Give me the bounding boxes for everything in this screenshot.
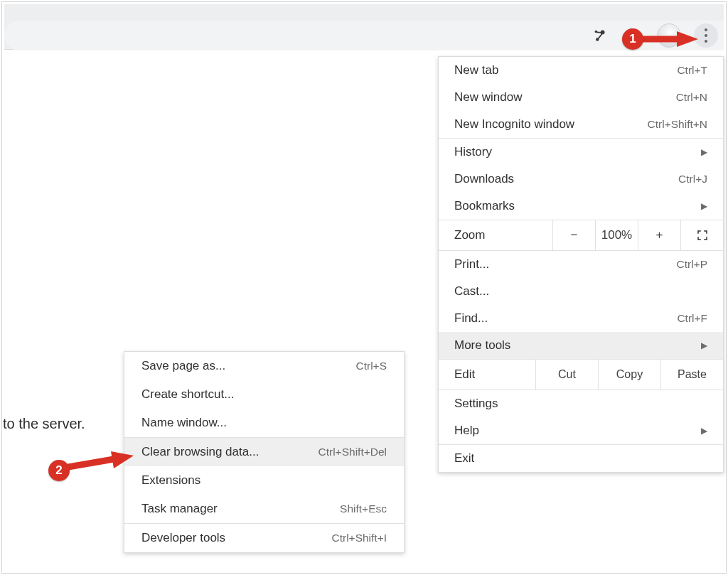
menu-item-more-tools[interactable]: More tools ▶: [439, 332, 723, 359]
label: Save page as...: [141, 359, 225, 373]
menu-item-settings[interactable]: Settings: [439, 390, 723, 417]
shortcut: Ctrl+Shift+I: [331, 532, 387, 544]
shortcut: Ctrl+N: [676, 91, 707, 104]
menu-item-new-window[interactable]: New window Ctrl+N: [439, 84, 723, 111]
submenu-item-developer-tools[interactable]: Developer tools Ctrl+Shift+I: [124, 524, 404, 552]
menu-item-history[interactable]: History ▶: [439, 139, 723, 166]
label: Name window...: [141, 416, 227, 430]
page-body-text: to the server.: [3, 416, 85, 432]
more-tools-submenu: Save page as... Ctrl+S Create shortcut..…: [124, 351, 405, 553]
label: Cast...: [454, 284, 489, 299]
zoom-label: Zoom: [439, 221, 552, 249]
fullscreen-button[interactable]: [680, 220, 723, 250]
menu-item-new-incognito[interactable]: New Incognito window Ctrl+Shift+N: [439, 111, 723, 138]
fullscreen-icon: [696, 229, 709, 242]
zoom-value: 100%: [595, 220, 638, 250]
hubspot-extension-icon[interactable]: [589, 25, 610, 46]
label: History: [454, 145, 492, 159]
shortcut: Ctrl+P: [677, 258, 708, 271]
shortcut: Ctrl+S: [356, 360, 387, 372]
cut-button[interactable]: Cut: [535, 360, 598, 389]
menu-item-new-tab[interactable]: New tab Ctrl+T: [439, 57, 723, 84]
shortcut: Ctrl+Shift+Del: [318, 446, 387, 458]
submenu-item-extensions[interactable]: Extensions: [124, 466, 404, 495]
menu-item-cast[interactable]: Cast...: [439, 278, 723, 305]
shortcut: Ctrl+T: [677, 64, 707, 77]
label: New tab: [454, 63, 498, 77]
svg-marker-6: [677, 31, 698, 47]
chevron-right-icon: ▶: [701, 201, 707, 211]
address-bar[interactable]: [4, 21, 724, 50]
label: Find...: [454, 311, 488, 326]
zoom-out-button[interactable]: −: [552, 220, 595, 250]
shortcut: Ctrl+J: [678, 173, 707, 186]
svg-line-4: [599, 34, 602, 38]
submenu-item-name-window[interactable]: Name window...: [124, 409, 404, 437]
svg-line-7: [68, 459, 114, 467]
label: Settings: [454, 397, 498, 411]
annotation-step-2: 2: [48, 460, 70, 481]
annotation-step-1: 1: [622, 28, 643, 50]
shortcut: Shift+Esc: [340, 503, 387, 515]
label: New Incognito window: [454, 117, 574, 131]
paste-button[interactable]: Paste: [660, 360, 723, 389]
label: Print...: [454, 257, 489, 272]
submenu-item-save-page-as[interactable]: Save page as... Ctrl+S: [124, 352, 404, 380]
label: Task manager: [141, 502, 218, 516]
chevron-right-icon: ▶: [701, 147, 707, 157]
annotation-arrow-2: [64, 451, 135, 473]
label: More tools: [454, 338, 510, 353]
menu-item-help[interactable]: Help ▶: [439, 417, 723, 444]
menu-item-print[interactable]: Print... Ctrl+P: [439, 251, 723, 278]
svg-point-0: [595, 31, 598, 33]
chrome-menu: New tab Ctrl+T New window Ctrl+N New Inc…: [438, 56, 724, 473]
label: New window: [454, 90, 522, 104]
copy-button[interactable]: Copy: [598, 360, 660, 389]
label: Downloads: [454, 172, 514, 186]
zoom-in-button[interactable]: +: [638, 220, 680, 250]
label: Bookmarks: [454, 199, 515, 213]
label: Extensions: [141, 473, 200, 488]
menu-edit-row: Edit Cut Copy Paste: [439, 359, 723, 390]
menu-item-downloads[interactable]: Downloads Ctrl+J: [439, 166, 723, 193]
label: Exit: [454, 451, 474, 466]
shortcut: Ctrl+Shift+N: [648, 118, 707, 131]
submenu-item-create-shortcut[interactable]: Create shortcut...: [124, 380, 404, 409]
menu-item-bookmarks[interactable]: Bookmarks ▶: [439, 193, 723, 220]
menu-zoom-row: Zoom − 100% +: [439, 220, 723, 251]
label: Help: [454, 424, 479, 438]
chevron-right-icon: ▶: [701, 340, 707, 350]
menu-item-exit[interactable]: Exit: [439, 445, 723, 472]
label: Create shortcut...: [141, 387, 234, 402]
label: Developer tools: [141, 531, 225, 545]
menu-item-find[interactable]: Find... Ctrl+F: [439, 305, 723, 332]
submenu-item-task-manager[interactable]: Task manager Shift+Esc: [124, 495, 404, 523]
submenu-item-clear-browsing-data[interactable]: Clear browsing data... Ctrl+Shift+Del: [124, 438, 404, 466]
svg-marker-8: [111, 451, 134, 468]
chevron-right-icon: ▶: [701, 426, 707, 436]
label: Clear browsing data...: [141, 445, 259, 459]
edit-label: Edit: [439, 360, 535, 389]
shortcut: Ctrl+F: [677, 312, 707, 325]
